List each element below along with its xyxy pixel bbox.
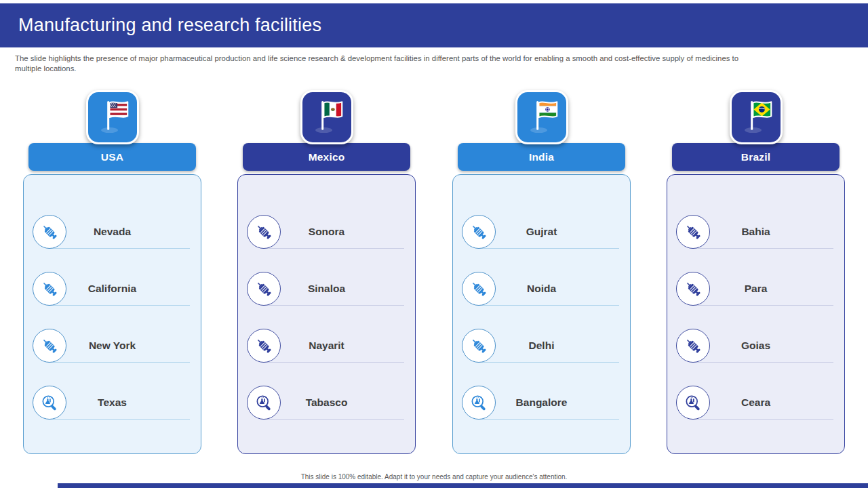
locations-card: Sonora Sinaloa Nayarit Tabasco [237,174,416,454]
usa-flag-icon [91,96,134,139]
icon-circle [33,386,66,420]
icon-circle [247,329,281,363]
locations-card: Nevada California New York Texas [23,174,201,454]
icon-circle [676,329,710,363]
icon-circle [247,272,281,306]
country-header: Mexico [243,143,410,171]
location-row: Delhi [453,317,630,374]
flag-tile [86,90,139,144]
syringe-icon [684,223,703,241]
icon-circle [247,386,281,420]
location-row: Gujrat [453,203,630,260]
flag-tile [515,90,568,144]
icon-circle [462,272,496,306]
country-label: USA [101,151,123,163]
country-column-brazil: Brazil Bahia Para Goias Ceara [667,90,845,454]
syringe-icon [470,223,488,241]
icon-circle [462,215,496,249]
icon-circle [676,215,710,249]
locations-list: Nevada California New York Texas [24,203,201,431]
location-row: Nevada [24,203,201,260]
syringe-icon [684,337,703,355]
locations-card: Bahia Para Goias Ceara [667,174,845,454]
syringe-icon [470,337,488,355]
brazil-flag-icon [734,96,778,139]
location-row: Bangalore [453,374,630,431]
icon-circle [247,215,281,249]
icon-circle [33,329,66,363]
location-row: Sinaloa [238,260,415,317]
location-row: Para [667,260,844,317]
syringe-icon [41,280,59,298]
icon-circle [462,329,496,363]
syringe-icon [41,223,59,241]
location-row: New York [24,317,201,374]
mexico-flag-icon [305,96,349,139]
country-column-usa: USA Nevada California New York Texas [23,90,201,454]
syringe-icon [255,337,273,355]
country-column-india: India Gujrat Noida Delhi Bangalore [452,90,631,454]
icon-circle [676,386,710,420]
research-magnifier-icon [41,394,59,412]
india-flag-icon [520,96,564,139]
slide-subtitle: The slide highlights the presence of maj… [15,54,747,74]
syringe-icon [470,280,488,298]
syringe-icon [255,280,273,298]
locations-list: Sonora Sinaloa Nayarit Tabasco [238,203,415,431]
research-magnifier-icon [470,394,488,412]
country-header: Brazil [672,143,840,171]
country-columns: USA Nevada California New York Texas [0,90,868,454]
research-magnifier-icon [684,394,703,412]
bottom-accent-bar [58,483,868,488]
locations-list: Bahia Para Goias Ceara [667,203,844,431]
locations-card: Gujrat Noida Delhi Bangalore [452,174,631,454]
editable-note: This slide is 100% editable. Adapt it to… [0,473,868,481]
locations-list: Gujrat Noida Delhi Bangalore [453,203,630,431]
page-title: Manufacturing and research facilities [18,15,321,36]
location-row: Bahia [667,203,844,260]
flag-tile [300,90,353,144]
country-label: Mexico [309,151,345,163]
location-row: Tabasco [238,374,415,431]
syringe-icon [255,223,273,241]
country-label: Brazil [741,151,770,163]
syringe-icon [684,280,703,298]
icon-circle [462,386,496,420]
country-label: India [529,151,554,163]
country-header: India [458,143,625,171]
location-row: Noida [453,260,630,317]
icon-circle [33,215,66,249]
location-row: Texas [24,374,201,431]
syringe-icon [41,337,59,355]
country-column-mexico: Mexico Sonora Sinaloa Nayarit Tabasco [237,90,416,454]
location-row: California [24,260,201,317]
icon-circle [33,272,66,306]
location-row: Ceara [667,374,844,431]
location-row: Sonora [238,203,415,260]
title-banner: Manufacturing and research facilities [0,3,868,47]
research-magnifier-icon [255,394,273,412]
icon-circle [676,272,710,306]
location-row: Goias [667,317,844,374]
country-header: USA [28,143,196,171]
location-row: Nayarit [238,317,415,374]
flag-tile [730,90,783,144]
